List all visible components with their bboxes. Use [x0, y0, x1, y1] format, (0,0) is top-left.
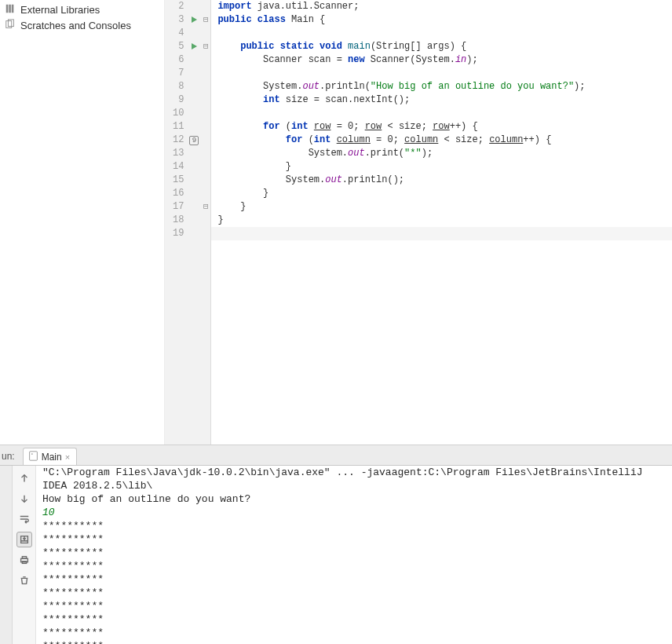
code-line[interactable]: }: [211, 200, 672, 214]
code-line[interactable]: [211, 227, 672, 240]
console-line: **********: [42, 613, 666, 626]
console-line: **********: [42, 519, 666, 532]
print-icon[interactable]: [16, 552, 32, 568]
console-line: **********: [42, 532, 666, 546]
console-output[interactable]: "C:\Program Files\Java\jdk-10.0.2\bin\ja…: [36, 466, 672, 644]
code-line[interactable]: System.out.println();: [211, 174, 672, 187]
external-libraries-icon: [5, 3, 16, 16]
scratches-icon: [5, 19, 16, 32]
console-line: **********: [42, 599, 666, 613]
tree-item-scratches[interactable]: Scratches and Consoles: [0, 18, 164, 34]
line-number[interactable]: 19: [173, 227, 184, 240]
tool-window-strip: [0, 466, 13, 644]
line-number[interactable]: 9: [173, 93, 184, 107]
console-line: **********: [42, 546, 666, 559]
line-number[interactable]: 17: [173, 200, 184, 214]
trash-icon[interactable]: [16, 573, 32, 588]
run-gutter-icon[interactable]: [192, 16, 197, 23]
code-line[interactable]: }: [211, 160, 672, 174]
code-line[interactable]: int size = scan.nextInt();: [211, 93, 672, 107]
code-line[interactable]: import java.util.Scanner;: [211, 0, 672, 13]
down-arrow-icon[interactable]: [16, 491, 32, 507]
run-gutter-icon[interactable]: [192, 43, 197, 49]
console-toolbar: [13, 466, 36, 644]
bookmark-icon[interactable]: 9: [189, 136, 199, 145]
console-line: **********: [42, 573, 666, 586]
code-line[interactable]: [211, 67, 672, 80]
svg-rect-2: [12, 5, 14, 13]
code-line[interactable]: }: [211, 187, 672, 200]
tree-item-label: External Libraries: [20, 4, 100, 16]
line-number[interactable]: 10: [173, 107, 184, 120]
line-number[interactable]: 4: [173, 27, 184, 40]
line-number[interactable]: 2: [173, 0, 184, 13]
fold-icon[interactable]: ⊟: [201, 13, 210, 27]
line-number[interactable]: 15: [173, 174, 184, 187]
run-tab-label: Main: [42, 452, 62, 463]
fold-icon[interactable]: ⊟: [201, 200, 210, 214]
tree-item-label: Scratches and Consoles: [20, 20, 131, 31]
line-number[interactable]: 6: [173, 53, 184, 67]
code-line[interactable]: }: [211, 214, 672, 227]
console-line: **********: [42, 586, 666, 599]
code-line[interactable]: for (int row = 0; row < size; row++) {: [211, 120, 672, 134]
code-line[interactable]: public class Main {: [211, 13, 672, 27]
line-number[interactable]: 7: [173, 67, 184, 80]
close-icon[interactable]: ×: [65, 452, 70, 462]
line-number[interactable]: 5: [173, 40, 184, 53]
code-line[interactable]: [211, 107, 672, 120]
run-label: un:: [0, 448, 23, 465]
code-line[interactable]: Scanner scan = new Scanner(System.in);: [211, 53, 672, 67]
run-tool-tabbar: un: Main ×: [0, 445, 672, 465]
console-line: "C:\Program Files\Java\jdk-10.0.2\bin\ja…: [42, 466, 666, 492]
line-number[interactable]: 8: [173, 80, 184, 93]
tree-item-external-libraries[interactable]: External Libraries: [0, 2, 164, 18]
run-tool-window: "C:\Program Files\Java\jdk-10.0.2\bin\ja…: [0, 465, 672, 644]
console-line: **********: [42, 559, 666, 573]
code-line[interactable]: System.out.println("How big of an outlin…: [211, 80, 672, 93]
svg-rect-0: [6, 5, 9, 13]
soft-wrap-icon[interactable]: [16, 511, 32, 527]
code-editor[interactable]: 2345678910111213141516171819 9 ⊟⊟⊟ impor…: [165, 0, 672, 445]
console-line: **********: [42, 626, 666, 639]
line-number[interactable]: 11: [173, 120, 184, 134]
console-input-line: 10: [42, 506, 666, 519]
fold-icon[interactable]: ⊟: [201, 40, 210, 53]
line-number[interactable]: 18: [173, 214, 184, 227]
run-tab-main[interactable]: Main ×: [23, 448, 77, 465]
code-line[interactable]: for (int column = 0; column < size; colu…: [211, 134, 672, 147]
code-line[interactable]: public static void main(String[] args) {: [211, 40, 672, 53]
svg-rect-5: [29, 451, 37, 459]
editor-gutter: 2345678910111213141516171819 9 ⊟⊟⊟: [165, 0, 211, 445]
code-area[interactable]: import java.util.Scanner;public class Ma…: [211, 0, 672, 445]
up-arrow-icon[interactable]: [16, 470, 32, 486]
line-number[interactable]: 14: [173, 160, 184, 174]
console-line: How big of an outline do you want?: [42, 492, 666, 506]
console-line: **********: [42, 639, 666, 644]
line-number[interactable]: 12: [173, 134, 184, 147]
code-line[interactable]: [211, 27, 672, 40]
run-config-icon: [28, 451, 38, 463]
svg-point-6: [31, 453, 33, 455]
scroll-to-end-icon[interactable]: [16, 532, 32, 547]
code-line[interactable]: System.out.print("*");: [211, 147, 672, 160]
line-number[interactable]: 3: [173, 13, 184, 27]
svg-rect-1: [9, 5, 11, 13]
svg-rect-8: [22, 557, 26, 559]
project-tree: External Libraries Scratches and Console…: [0, 0, 165, 445]
line-number[interactable]: 13: [173, 147, 184, 160]
line-number[interactable]: 16: [173, 187, 184, 200]
